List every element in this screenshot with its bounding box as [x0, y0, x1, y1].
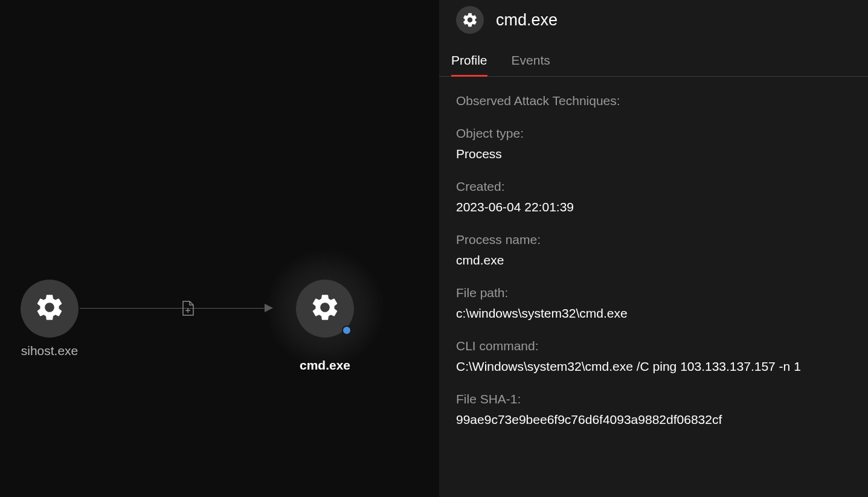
field-file-path: File path: c:\windows\system32\cmd.exe [456, 286, 851, 321]
detail-panel: cmd.exe Profile Events Observed Attack T… [439, 0, 868, 497]
field-object-type: Object type: Process [456, 126, 851, 161]
gear-icon [456, 6, 484, 34]
graph-node-sihost[interactable]: sihost.exe [21, 280, 79, 358]
gear-icon [309, 292, 341, 325]
field-label: CLI command: [456, 339, 851, 353]
field-label: Object type: [456, 126, 851, 141]
edge-line [80, 308, 267, 309]
field-value: C:\Windows\system32\cmd.exe /C ping 103.… [456, 359, 851, 374]
detail-header: cmd.exe [439, 0, 868, 46]
field-value: 99ae9c73e9bee6f9c76d6f4093a9882df06832cf [456, 412, 851, 427]
field-label: Process name: [456, 232, 851, 247]
field-value: 2023-06-04 22:01:39 [456, 200, 851, 214]
field-file-sha1: File SHA-1: 99ae9c73e9bee6f9c76d6f4093a9… [456, 392, 851, 427]
observed-attack-techniques-label: Observed Attack Techniques: [456, 94, 851, 108]
field-value: cmd.exe [456, 253, 851, 268]
field-label: File SHA-1: [456, 392, 851, 406]
gear-icon [34, 292, 65, 325]
detail-title: cmd.exe [496, 11, 558, 30]
field-created: Created: 2023-06-04 22:01:39 [456, 179, 851, 214]
field-cli-command: CLI command: C:\Windows\system32\cmd.exe… [456, 339, 851, 374]
field-value: c:\windows\system32\cmd.exe [456, 306, 851, 321]
tab-profile[interactable]: Profile [451, 46, 487, 77]
status-dot-icon [342, 325, 352, 335]
tabs: Profile Events [439, 46, 868, 77]
graph-node-cmd[interactable]: cmd.exe [265, 248, 385, 373]
field-label: Created: [456, 179, 851, 194]
field-label: File path: [456, 286, 851, 300]
tab-events[interactable]: Events [512, 46, 550, 77]
graph-panel[interactable]: sihost.exe cmd.exe [0, 0, 439, 497]
field-value: Process [456, 147, 851, 161]
file-plus-icon [181, 301, 194, 319]
node-label: sihost.exe [21, 344, 79, 358]
field-process-name: Process name: cmd.exe [456, 232, 851, 268]
profile-content: Observed Attack Techniques: Object type:… [439, 77, 868, 427]
